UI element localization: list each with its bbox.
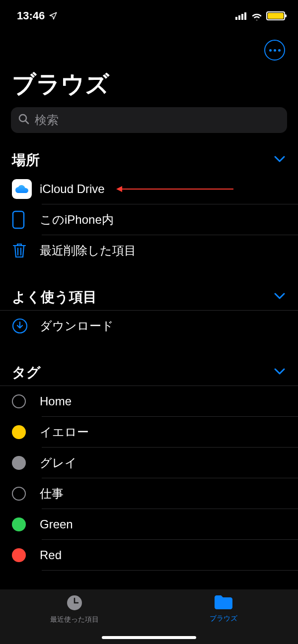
chevron-down-icon	[274, 368, 285, 377]
tag-row[interactable]: グレイ	[0, 448, 298, 478]
tag-row[interactable]: Home	[0, 386, 298, 417]
iphone-icon	[12, 210, 40, 229]
tags-title: タグ	[12, 363, 41, 382]
search-input[interactable]	[35, 113, 280, 127]
tag-label: グレイ	[40, 455, 298, 471]
favorites-title: よく使う項目	[12, 288, 97, 307]
tag-label: Home	[40, 394, 298, 408]
svg-rect-3	[244, 12, 246, 20]
tag-label: Green	[40, 517, 298, 531]
tags-header[interactable]: タグ	[0, 341, 298, 386]
svg-point-4	[19, 115, 26, 122]
tag-color-dot	[12, 456, 26, 470]
status-left: 13:46	[17, 9, 58, 22]
tag-label: 仕事	[40, 486, 298, 502]
chevron-down-icon	[274, 293, 285, 302]
home-indicator[interactable]	[102, 636, 196, 639]
download-icon	[12, 318, 40, 334]
tag-color-dot	[12, 517, 26, 531]
status-bar: 13:46	[0, 0, 298, 25]
status-time: 13:46	[17, 9, 45, 22]
favorites-header[interactable]: よく使う項目	[0, 266, 298, 311]
tab-bar: 最近使った項目 ブラウズ	[0, 589, 298, 644]
icloud-drive-icon	[12, 179, 32, 199]
wifi-icon	[251, 11, 263, 20]
tag-label: Red	[40, 548, 298, 562]
tag-color-dot	[12, 487, 26, 501]
tag-color-dot	[12, 394, 26, 408]
tag-label: イエロー	[40, 424, 298, 440]
more-icon	[269, 49, 281, 52]
tag-row[interactable]: 仕事	[0, 478, 298, 509]
page-title: ブラウズ	[0, 61, 298, 107]
svg-rect-6	[13, 211, 24, 228]
location-label: 最近削除した項目	[40, 243, 298, 258]
tag-row[interactable]: Red	[0, 540, 298, 571]
location-icon	[49, 11, 58, 20]
tag-color-dot	[12, 548, 26, 562]
tab-label: 最近使った項目	[50, 615, 99, 624]
location-label: このiPhone内	[40, 212, 298, 228]
status-right	[235, 11, 285, 20]
tags-list: Homeイエローグレイ仕事GreenRed	[0, 386, 298, 571]
svg-line-5	[26, 121, 28, 124]
cellular-icon	[235, 12, 247, 20]
locations-title: 場所	[12, 151, 40, 170]
trash-icon	[12, 242, 40, 259]
locations-header[interactable]: 場所	[0, 133, 298, 174]
files-browse-screen: 13:46 ブラウズ 場所	[0, 0, 298, 644]
tag-row[interactable]: イエロー	[0, 417, 298, 448]
chevron-down-icon	[274, 156, 285, 165]
tab-label: ブラウズ	[210, 614, 237, 623]
annotation-arrow	[122, 189, 233, 190]
svg-rect-2	[241, 14, 243, 20]
more-options-button[interactable]	[264, 40, 285, 61]
tag-color-dot	[12, 425, 26, 439]
tag-row[interactable]: Green	[0, 509, 298, 540]
folder-icon	[214, 594, 233, 612]
svg-rect-0	[235, 17, 237, 20]
favorite-downloads[interactable]: ダウンロード	[0, 311, 298, 341]
search-icon	[18, 113, 30, 127]
location-recently-deleted[interactable]: 最近削除した項目	[0, 235, 298, 266]
clock-icon	[66, 594, 83, 613]
search-field[interactable]	[11, 107, 287, 133]
favorite-label: ダウンロード	[40, 318, 298, 334]
svg-rect-1	[238, 15, 240, 20]
location-on-my-iphone[interactable]: このiPhone内	[0, 204, 298, 235]
battery-icon	[266, 11, 285, 20]
